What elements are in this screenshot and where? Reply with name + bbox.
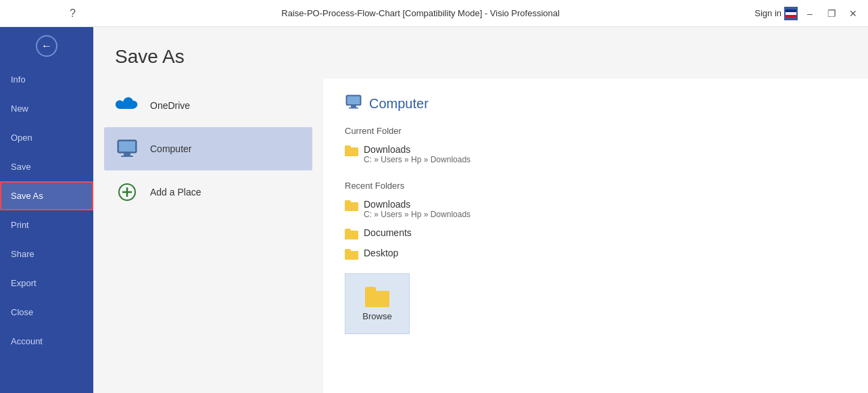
folder-documents-info: Documents	[364, 227, 412, 238]
svg-rect-5	[124, 153, 130, 156]
folder-desktop-name: Desktop	[364, 248, 398, 258]
page-title: Save As	[115, 46, 846, 68]
title-bar: ? Raise-PO-Process-Flow-Chart [Compatibi…	[0, 0, 868, 27]
locations-panel: OneDrive Computer	[93, 78, 323, 393]
add-place-icon	[115, 180, 139, 204]
browse-label: Browse	[362, 311, 391, 321]
folder-desktop-info: Desktop	[364, 248, 398, 258]
recent-folder-documents[interactable]: Documents	[345, 225, 846, 242]
title-bar-text: Raise-PO-Process-Flow-Chart [Compatibili…	[87, 8, 754, 18]
page-title-area: Save As	[93, 27, 868, 78]
details-panel: Computer Current Folder Downloads C: » U…	[323, 78, 868, 393]
sidebar-item-info[interactable]: Info	[0, 65, 93, 94]
current-folder-name: Downloads	[364, 144, 471, 155]
close-button[interactable]: ✕	[844, 4, 863, 23]
svg-rect-13	[349, 108, 358, 109]
folder-icon-documents	[345, 229, 358, 239]
sidebar-item-share[interactable]: Share	[0, 239, 93, 269]
computer-detail-header: Computer	[345, 95, 846, 112]
computer-label: Computer	[150, 143, 191, 154]
sidebar-item-new[interactable]: New	[0, 94, 93, 123]
onedrive-icon	[115, 93, 139, 118]
recent-folders-section: Recent Folders Downloads C: » Users » Hp…	[345, 181, 846, 262]
svg-rect-1	[786, 12, 796, 15]
signin-area[interactable]: Sign in	[754, 7, 798, 20]
current-folder-info: Downloads C: » Users » Hp » Downloads	[364, 144, 471, 164]
sidebar-item-account[interactable]: Account	[0, 327, 93, 356]
current-folder-path: C: » Users » Hp » Downloads	[364, 155, 471, 164]
current-folder-section: Current Folder Downloads C: » Users » Hp…	[345, 126, 846, 167]
folder-downloads-name: Downloads	[364, 199, 471, 210]
flag-icon	[784, 7, 798, 20]
sidebar: ← Info New Open Save Save As Print Share…	[0, 27, 93, 393]
folder-downloads-path: C: » Users » Hp » Downloads	[364, 210, 471, 219]
current-folder-label: Current Folder	[345, 126, 846, 136]
help-button[interactable]: ?	[70, 7, 76, 20]
recent-folder-desktop[interactable]: Desktop	[345, 245, 846, 262]
browse-folder-icon	[365, 287, 389, 307]
computer-icon	[115, 137, 139, 161]
location-add-place[interactable]: Add a Place	[104, 170, 312, 214]
folder-icon	[345, 145, 358, 156]
folder-documents-name: Documents	[364, 227, 412, 238]
svg-rect-4	[119, 141, 135, 152]
sidebar-item-save-as[interactable]: Save As	[0, 181, 93, 210]
browse-button[interactable]: Browse	[345, 273, 410, 334]
folder-icon-downloads	[345, 200, 358, 211]
svg-rect-2	[786, 15, 796, 18]
recent-folders-label: Recent Folders	[345, 181, 846, 191]
svg-rect-12	[351, 106, 356, 108]
signin-label: Sign in	[754, 8, 781, 18]
sidebar-item-save[interactable]: Save	[0, 152, 93, 181]
location-onedrive[interactable]: OneDrive	[104, 84, 312, 127]
minimize-button[interactable]: –	[800, 4, 819, 23]
sidebar-item-close[interactable]: Close	[0, 298, 93, 327]
two-col-layout: OneDrive Computer	[93, 78, 868, 393]
svg-rect-11	[347, 96, 360, 104]
add-place-label: Add a Place	[150, 187, 201, 198]
back-circle-icon: ←	[36, 35, 57, 57]
folder-icon-desktop	[345, 249, 358, 260]
svg-rect-0	[786, 9, 796, 12]
restore-button[interactable]: ❐	[822, 4, 841, 23]
onedrive-label: OneDrive	[150, 100, 190, 111]
sidebar-item-print[interactable]: Print	[0, 210, 93, 239]
recent-folder-downloads[interactable]: Downloads C: » Users » Hp » Downloads	[345, 196, 846, 222]
svg-rect-6	[121, 156, 133, 157]
sidebar-item-export[interactable]: Export	[0, 269, 93, 298]
current-folder-item[interactable]: Downloads C: » Users » Hp » Downloads	[345, 141, 846, 167]
location-computer[interactable]: Computer	[104, 127, 312, 170]
content-area: Save As OneDrive	[93, 27, 868, 393]
sidebar-item-open[interactable]: Open	[0, 123, 93, 152]
folder-downloads-info: Downloads C: » Users » Hp » Downloads	[364, 199, 471, 219]
back-button[interactable]: ←	[0, 27, 93, 65]
app-body: ← Info New Open Save Save As Print Share…	[0, 27, 868, 393]
computer-header-title: Computer	[369, 96, 429, 112]
computer-detail-icon	[345, 95, 362, 112]
